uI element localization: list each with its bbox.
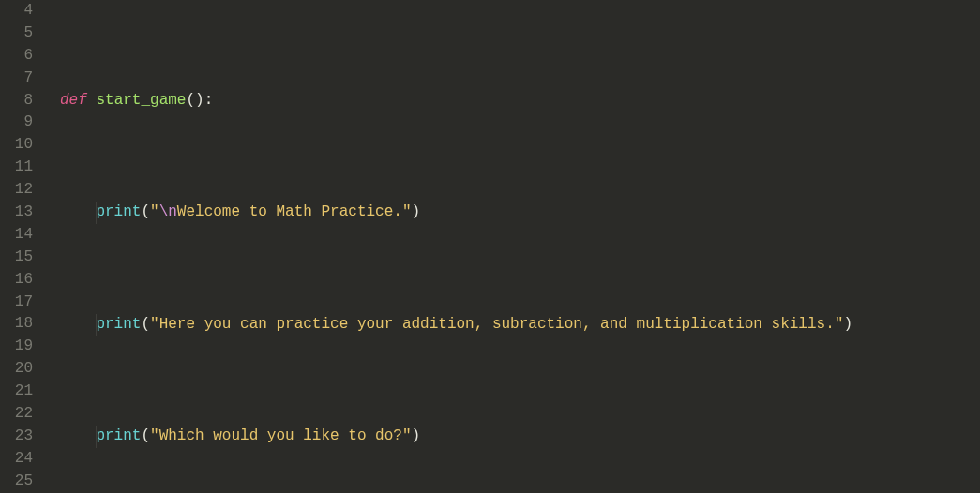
function-name: start_game xyxy=(96,92,186,109)
line-number: 16 xyxy=(0,269,47,291)
builtin-print: print xyxy=(96,203,141,220)
parens: () xyxy=(186,92,204,109)
line-number: 23 xyxy=(0,426,47,448)
line-number: 15 xyxy=(0,246,47,269)
code-line[interactable]: def start_game(): xyxy=(60,90,980,112)
line-number: 5 xyxy=(0,22,47,45)
string-literal: Which would you like to do? xyxy=(159,427,402,444)
line-number: 7 xyxy=(0,67,47,90)
line-number: 9 xyxy=(0,112,47,134)
line-number: 12 xyxy=(0,179,47,202)
line-number: 17 xyxy=(0,291,47,314)
line-number: 25 xyxy=(0,471,47,493)
builtin-print: print xyxy=(96,316,141,333)
line-number: 6 xyxy=(0,45,47,67)
escape-sequence: \n xyxy=(159,203,177,220)
code-line[interactable]: print("Which would you like to do?") xyxy=(60,426,980,448)
line-number: 19 xyxy=(0,336,47,358)
line-number: 13 xyxy=(0,202,47,224)
string-literal: Here you can practice your addition, sub… xyxy=(159,316,835,333)
code-line[interactable]: print("Here you can practice your additi… xyxy=(60,314,980,336)
line-number: 4 xyxy=(0,0,47,22)
line-number: 11 xyxy=(0,157,47,179)
line-number: 24 xyxy=(0,448,47,471)
line-number: 22 xyxy=(0,403,47,426)
line-number: 20 xyxy=(0,358,47,381)
code-line[interactable]: print("\nWelcome to Math Practice.") xyxy=(60,202,980,224)
keyword-def: def xyxy=(60,92,87,109)
line-number: 18 xyxy=(0,313,47,336)
code-editor[interactable]: 4 5 6 7 8 9 10 11 12 13 14 15 16 17 18 1… xyxy=(0,0,980,493)
line-number-gutter: 4 5 6 7 8 9 10 11 12 13 14 15 16 17 18 1… xyxy=(0,0,47,493)
line-number: 10 xyxy=(0,134,47,157)
line-number: 14 xyxy=(0,224,47,246)
colon: : xyxy=(204,92,214,109)
code-area[interactable]: def start_game(): print("\nWelcome to Ma… xyxy=(47,0,980,493)
line-number: 8 xyxy=(0,90,47,112)
line-number: 21 xyxy=(0,381,47,403)
string-literal: Welcome to Math Practice. xyxy=(177,203,402,220)
builtin-print: print xyxy=(96,427,141,444)
